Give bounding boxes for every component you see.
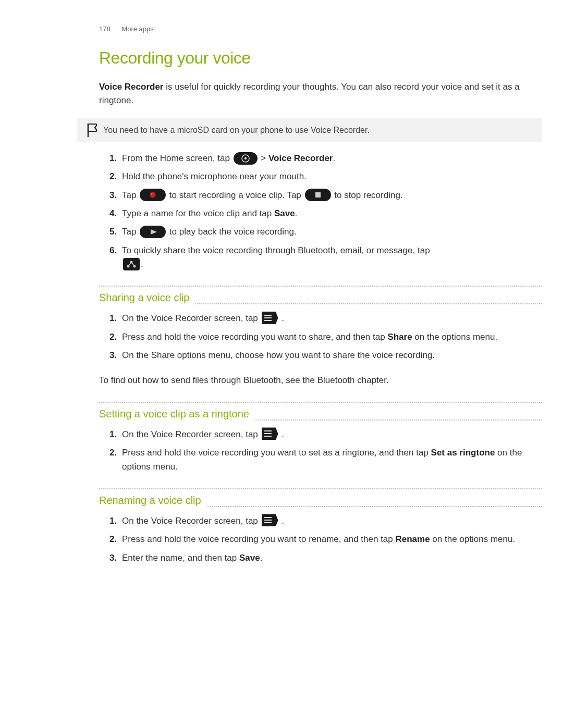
intro-bold: Voice Recorder (99, 82, 163, 92)
menu-icon (262, 427, 278, 440)
renaming-heading: Renaming a voice clip (99, 493, 206, 507)
svg-marker-7 (151, 229, 157, 235)
stop-icon (305, 189, 331, 201)
sharing-footer: To find out how to send files through Bl… (99, 374, 542, 387)
menu-icon (262, 312, 278, 324)
sharing-step-2: Press and hold the voice recording you w… (122, 330, 542, 344)
page-title: Recording your voice (99, 48, 542, 68)
document-page: 178 More apps Recording your voice Voice… (0, 0, 563, 597)
menu-icon (262, 514, 278, 526)
ringtone-heading: Setting a voice clip as a ringtone (99, 407, 254, 421)
share-icon (123, 258, 140, 270)
step-3: Tap to start recording a voice clip. Tap… (122, 189, 542, 202)
apps-grid-icon (234, 152, 258, 165)
section-name: More apps (121, 25, 153, 33)
svg-point-5 (151, 193, 153, 195)
sharing-step-3: On the Share options menu, choose how yo… (122, 349, 542, 362)
step-5: Tap to play back the voice recording. (122, 225, 542, 239)
section-sharing: Sharing a voice clip On the Voice Record… (99, 286, 542, 387)
sharing-heading: Sharing a voice clip (99, 291, 194, 304)
step-1: From the Home screen, tap > Voice Record… (122, 152, 542, 165)
step-6: To quickly share the voice recording thr… (122, 244, 542, 272)
sharing-step-1: On the Voice Recorder screen, tap . (122, 312, 542, 325)
main-steps-list: From the Home screen, tap > Voice Record… (99, 152, 542, 271)
page-header: 178 More apps (99, 25, 542, 33)
renaming-step-2: Press and hold the voice recording you w… (122, 533, 542, 546)
step-2: Hold the phone's microphone near your mo… (122, 170, 542, 183)
record-icon (140, 189, 166, 201)
svg-line-11 (128, 262, 131, 266)
step-4: Type a name for the voice clip and tap S… (122, 207, 542, 220)
svg-rect-6 (315, 192, 321, 198)
renaming-step-3: Enter the name, and then tap Save. (122, 551, 542, 565)
play-icon (140, 226, 166, 238)
svg-point-2 (244, 157, 246, 159)
svg-point-4 (150, 192, 155, 198)
note-callout: You need to have a microSD card on your … (77, 118, 542, 142)
svg-line-12 (131, 262, 134, 266)
ringtone-step-1: On the Voice Recorder screen, tap . (122, 428, 542, 441)
ringtone-steps: On the Voice Recorder screen, tap . Pres… (99, 428, 542, 474)
sharing-steps: On the Voice Recorder screen, tap . Pres… (99, 312, 542, 362)
ringtone-step-2: Press and hold the voice recording you w… (122, 446, 542, 474)
intro-paragraph: Voice Recorder is useful for quickly rec… (99, 80, 542, 107)
flag-icon (87, 122, 98, 138)
section-renaming: Renaming a voice clip On the Voice Recor… (99, 488, 542, 565)
page-number: 178 (99, 25, 111, 33)
renaming-step-1: On the Voice Recorder screen, tap . (122, 514, 542, 528)
renaming-steps: On the Voice Recorder screen, tap . Pres… (99, 514, 542, 565)
section-ringtone: Setting a voice clip as a ringtone On th… (99, 402, 542, 474)
note-text: You need to have a microSD card on your … (103, 126, 370, 134)
